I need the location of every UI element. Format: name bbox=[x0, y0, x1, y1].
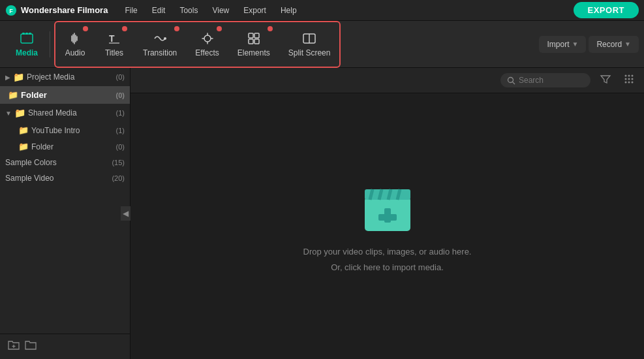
svg-rect-31 bbox=[378, 214, 397, 221]
svg-point-18 bbox=[508, 77, 514, 82]
svg-point-24 bbox=[628, 78, 630, 80]
media-label: Media bbox=[16, 48, 38, 57]
elements-icon bbox=[247, 31, 261, 46]
new-folder-button[interactable] bbox=[25, 339, 37, 354]
split-screen-label: Split Screen bbox=[288, 48, 331, 57]
media-drop-zone[interactable]: Drop your video clips, images, or audio … bbox=[130, 93, 644, 359]
title-bar: F Wondershare Filmora File Edit Tools Vi… bbox=[0, 0, 644, 21]
project-media-count: (0) bbox=[116, 73, 125, 81]
svg-rect-2 bbox=[21, 34, 33, 43]
menu-tools[interactable]: Tools bbox=[173, 4, 204, 17]
import-button[interactable]: Import ▼ bbox=[539, 36, 586, 53]
folder-icon-shared: 📁 bbox=[14, 108, 25, 118]
svg-point-20 bbox=[625, 75, 627, 77]
sidebar-item-sample-colors[interactable]: Sample Colors (15) bbox=[0, 155, 130, 170]
sidebar-collapse-arrow[interactable]: ◀ bbox=[121, 206, 130, 221]
drop-text: Drop your video clips, images, or audio … bbox=[303, 244, 472, 275]
svg-line-19 bbox=[513, 82, 515, 84]
titles-icon: T bbox=[107, 31, 121, 46]
menu-edit[interactable]: Edit bbox=[146, 4, 172, 17]
search-box[interactable] bbox=[500, 73, 590, 87]
svg-rect-10 bbox=[249, 33, 253, 38]
sample-colors-label: Sample Colors bbox=[5, 158, 57, 167]
shared-media-count: (1) bbox=[116, 109, 125, 117]
elements-label: Elements bbox=[238, 48, 270, 57]
sidebar: ▶ 📁 Project Media (0) 📁 Folder (0) bbox=[0, 68, 130, 359]
svg-point-21 bbox=[628, 75, 630, 77]
folder-icon-child: 📁 bbox=[18, 142, 29, 151]
grid-button[interactable] bbox=[621, 72, 637, 89]
grid-icon bbox=[623, 73, 635, 85]
youtube-intro-count: (1) bbox=[116, 127, 125, 134]
app-name: Wondershare Filmora bbox=[21, 5, 108, 15]
app-logo: F Wondershare Filmora bbox=[5, 5, 108, 16]
svg-rect-3 bbox=[22, 33, 25, 35]
sidebar-section-header-project-media[interactable]: ▶ 📁 Project Media (0) bbox=[0, 68, 130, 86]
project-media-label: Project Media bbox=[27, 72, 74, 82]
toolbar-effects[interactable]: Effects bbox=[186, 22, 228, 67]
svg-point-26 bbox=[625, 82, 627, 84]
audio-icon bbox=[68, 31, 82, 46]
record-button[interactable]: Record ▼ bbox=[589, 36, 639, 53]
import-label: Import bbox=[547, 40, 569, 49]
split-screen-icon bbox=[302, 31, 316, 46]
svg-rect-13 bbox=[254, 39, 259, 44]
menu-export[interactable]: Export bbox=[237, 4, 273, 17]
toolbar-elements[interactable]: Elements bbox=[228, 22, 279, 67]
sidebar-item-sample-video[interactable]: Sample Video (20) bbox=[0, 170, 130, 186]
add-folder-button[interactable] bbox=[8, 339, 20, 354]
toolbar-split-screen[interactable]: Split Screen bbox=[279, 22, 340, 67]
toolbar-separator-1 bbox=[50, 31, 50, 57]
sample-video-count: (20) bbox=[112, 174, 125, 182]
svg-rect-5 bbox=[29, 33, 31, 35]
drop-text-line2: Or, click here to import media. bbox=[303, 260, 472, 275]
elements-dot-badge bbox=[268, 26, 273, 31]
media-toolbar bbox=[130, 68, 644, 93]
transition-label: Transition bbox=[143, 48, 177, 57]
effects-dot-badge bbox=[217, 26, 222, 31]
svg-text:T: T bbox=[109, 33, 115, 44]
transition-icon bbox=[153, 31, 167, 46]
toolbar-group-bordered: Audio T Titles Transition bbox=[54, 21, 341, 68]
svg-point-27 bbox=[628, 82, 630, 84]
search-icon bbox=[507, 76, 515, 85]
drop-text-line1: Drop your video clips, images, or audio … bbox=[303, 244, 472, 259]
export-button[interactable]: EXPORT bbox=[574, 2, 639, 18]
svg-point-25 bbox=[632, 78, 634, 80]
sidebar-item-folder-child[interactable]: 📁 Folder (0) bbox=[0, 138, 130, 155]
folder-icon-project: 📁 bbox=[13, 72, 24, 82]
transition-dot-badge bbox=[174, 26, 179, 31]
toolbar-right: Import ▼ Record ▼ bbox=[539, 36, 639, 53]
sidebar-footer bbox=[0, 334, 130, 359]
svg-point-8 bbox=[164, 37, 166, 40]
record-dropdown-arrow: ▼ bbox=[624, 40, 631, 48]
sidebar-item-folder-selected[interactable]: 📁 Folder (0) bbox=[0, 86, 130, 104]
folder-selected-label: Folder bbox=[21, 90, 47, 100]
toolbar-transition[interactable]: Transition bbox=[134, 22, 186, 67]
search-input[interactable] bbox=[519, 76, 584, 85]
folder-child-count: (0) bbox=[116, 143, 125, 151]
clapperboard-icon bbox=[358, 178, 417, 236]
filter-button[interactable] bbox=[596, 72, 615, 89]
menu-file[interactable]: File bbox=[118, 4, 144, 17]
svg-rect-12 bbox=[249, 39, 253, 44]
menu-bar: File Edit Tools View Export Help bbox=[118, 4, 303, 17]
main-toolbar: Media Audio T Titles bbox=[0, 21, 644, 68]
svg-point-22 bbox=[632, 75, 634, 77]
sidebar-section-header-shared-media[interactable]: ▼ 📁 Shared Media (1) bbox=[0, 104, 130, 122]
shared-media-label: Shared Media bbox=[28, 108, 77, 117]
chevron-project-media: ▶ bbox=[5, 74, 10, 81]
add-folder-icon bbox=[8, 339, 20, 351]
main-content: ▶ 📁 Project Media (0) 📁 Folder (0) bbox=[0, 68, 644, 359]
toolbar-media[interactable]: Media bbox=[5, 22, 48, 67]
menu-help[interactable]: Help bbox=[274, 4, 303, 17]
sample-colors-count: (15) bbox=[112, 159, 125, 166]
toolbar-titles[interactable]: T Titles bbox=[95, 22, 134, 67]
toolbar-audio[interactable]: Audio bbox=[55, 22, 95, 67]
folder-selected-count: (0) bbox=[116, 91, 125, 99]
media-area: Drop your video clips, images, or audio … bbox=[130, 68, 644, 359]
svg-text:F: F bbox=[9, 7, 13, 14]
folder-icon-youtube: 📁 bbox=[18, 125, 29, 135]
sidebar-item-youtube-intro[interactable]: 📁 YouTube Intro (1) bbox=[0, 122, 130, 138]
menu-view[interactable]: View bbox=[206, 4, 236, 17]
